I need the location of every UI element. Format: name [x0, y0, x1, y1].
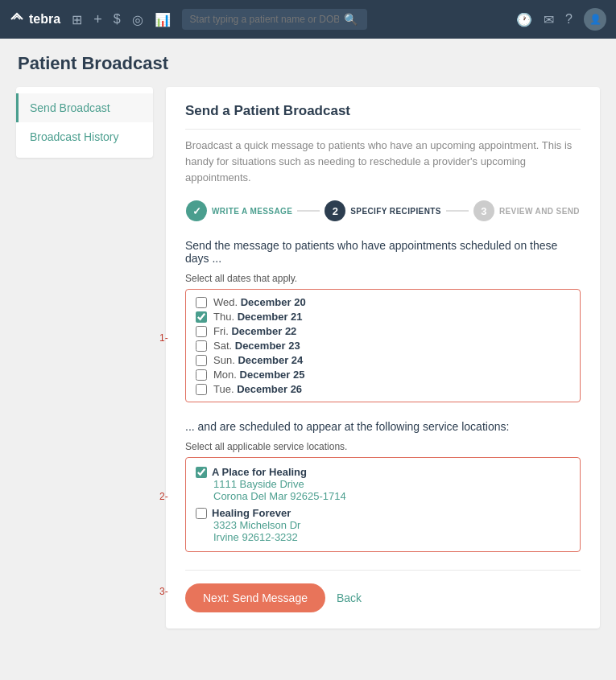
- annotation-1: 1-: [159, 332, 168, 344]
- step-2: 2 SPECIFY RECIPIENTS: [325, 200, 441, 221]
- location-annotation-group: 2- Select all applicable service locatio…: [185, 441, 581, 552]
- location-1-address: 1111 Bayside Drive Corona Del Mar 92625-…: [196, 478, 570, 502]
- sidebar: Send Broadcast Broadcast History: [16, 87, 153, 158]
- location-1-street: 1111 Bayside Drive: [213, 478, 570, 490]
- select-locations-label: Select all applicable service locations.: [185, 441, 581, 452]
- step-3-circle: 3: [473, 200, 494, 221]
- location-2-street: 3323 Michelson Dr: [213, 519, 570, 531]
- step-1: ✓ WRITE A MESSAGE: [186, 200, 292, 221]
- checkbox-location-2[interactable]: [196, 508, 207, 519]
- day-label-mon: Mon.: [213, 369, 237, 381]
- date-annotation-group: 1- Select all dates that apply. Wed. Dec…: [185, 273, 581, 402]
- nav-grid-icon[interactable]: ⊞: [72, 12, 82, 27]
- logo-icon: [10, 12, 24, 27]
- date-label-dec21: December 21: [238, 311, 303, 323]
- nav-location-icon[interactable]: ◎: [132, 12, 143, 27]
- date-label-dec24: December 24: [238, 354, 303, 366]
- step-1-label: WRITE A MESSAGE: [212, 207, 292, 216]
- sidebar-item-send-broadcast[interactable]: Send Broadcast: [16, 93, 153, 122]
- section-title: Send a Patient Broadcast: [185, 103, 581, 130]
- date-label-dec26: December 26: [237, 383, 302, 395]
- footer-bar: 3- Next: Send Message Back: [185, 570, 581, 612]
- date-item-mon-dec25[interactable]: Mon. December 25: [196, 369, 570, 381]
- logo: tebra: [10, 12, 60, 27]
- top-nav: tebra ⊞ + $ ◎ 📊 🔍 🕐 ✉ ? 👤: [0, 0, 616, 39]
- day-label-wed: Wed.: [213, 296, 238, 308]
- annotation-2: 2-: [159, 491, 168, 502]
- location-2-address: 3323 Michelson Dr Irvine 92612-3232: [196, 519, 570, 543]
- step-2-label: SPECIFY RECIPIENTS: [350, 207, 441, 216]
- description-text: Broadcast a quick message to patients wh…: [185, 138, 581, 186]
- date-label-dec25: December 25: [240, 369, 305, 381]
- next-send-message-button[interactable]: Next: Send Message: [185, 583, 325, 612]
- date-item-tue-dec26[interactable]: Tue. December 26: [196, 383, 570, 395]
- steps-bar: ✓ WRITE A MESSAGE 2 SPECIFY RECIPIENTS 3…: [185, 200, 581, 221]
- location-1-label[interactable]: A Place for Healing: [196, 466, 570, 478]
- nav-search-box[interactable]: 🔍: [182, 9, 367, 30]
- select-dates-label: Select all dates that apply.: [185, 273, 581, 284]
- avatar[interactable]: 👤: [584, 8, 606, 31]
- title-row: Patient Broadcast: [0, 39, 616, 77]
- search-icon: 🔍: [344, 13, 358, 26]
- date-label-dec23: December 23: [235, 340, 300, 352]
- date-item-wed-dec20[interactable]: Wed. December 20: [196, 296, 570, 308]
- date-item-sat-dec23[interactable]: Sat. December 23: [196, 340, 570, 352]
- date-item-fri-dec22[interactable]: Fri. December 22: [196, 325, 570, 337]
- full-content: Patient Broadcast Send Broadcast Broadca…: [0, 39, 616, 680]
- nav-help-icon[interactable]: ?: [565, 12, 573, 27]
- step-2-circle: 2: [325, 200, 345, 221]
- step-connector-2: [446, 210, 469, 212]
- back-button[interactable]: Back: [337, 591, 362, 604]
- date-label-dec20: December 20: [241, 296, 306, 308]
- location-1-name: A Place for Healing: [212, 466, 307, 478]
- day-label-tue: Tue.: [213, 383, 234, 395]
- location-2-label[interactable]: Healing Forever: [196, 507, 570, 519]
- appointment-heading: Send the message to patients who have ap…: [185, 239, 581, 265]
- dates-checkbox-group: Wed. December 20 Thu. December 21 Fri. D…: [185, 289, 581, 402]
- location-2-name: Healing Forever: [212, 507, 291, 519]
- checkbox-sat-dec23[interactable]: [196, 340, 207, 352]
- location-item-1: A Place for Healing 1111 Bayside Drive C…: [196, 466, 570, 502]
- page-title: Patient Broadcast: [18, 53, 598, 74]
- checkbox-sun-dec24[interactable]: [196, 355, 207, 366]
- location-heading: ... and are scheduled to appear at the f…: [185, 420, 581, 433]
- checkbox-tue-dec26[interactable]: [196, 384, 207, 395]
- nav-dollar-icon[interactable]: $: [114, 12, 121, 27]
- checkbox-wed-dec20[interactable]: [196, 297, 207, 308]
- step-1-circle: ✓: [186, 200, 207, 221]
- sidebar-item-broadcast-history[interactable]: Broadcast History: [16, 122, 153, 151]
- date-item-sun-dec24[interactable]: Sun. December 24: [196, 354, 570, 366]
- annotation-3: 3-: [159, 586, 168, 597]
- checkbox-mon-dec25[interactable]: [196, 369, 207, 381]
- nav-plus-icon[interactable]: +: [93, 11, 102, 28]
- step-3-label: REVIEW AND SEND: [499, 207, 580, 216]
- content-panel: Send a Patient Broadcast Broadcast a qui…: [166, 87, 600, 628]
- checkbox-thu-dec21[interactable]: [196, 311, 207, 323]
- nav-right-icons: 🕐 ✉ ? 👤: [516, 8, 606, 31]
- location-1-city: Corona Del Mar 92625-1714: [213, 490, 570, 502]
- step-connector-1: [297, 210, 320, 212]
- location-2-city: Irvine 92612-3232: [213, 531, 570, 543]
- checkbox-fri-dec22[interactable]: [196, 326, 207, 337]
- day-label-sat: Sat.: [213, 340, 232, 352]
- date-label-dec22: December 22: [231, 325, 296, 337]
- location-item-2: Healing Forever 3323 Michelson Dr Irvine…: [196, 507, 570, 543]
- logo-text: tebra: [29, 12, 60, 27]
- step-3: 3 REVIEW AND SEND: [473, 200, 580, 221]
- layout-wrapper: Send Broadcast Broadcast History Send a …: [0, 77, 616, 638]
- day-label-thu: Thu.: [213, 311, 234, 323]
- nav-history-icon[interactable]: 🕐: [516, 12, 532, 27]
- nav-email-icon[interactable]: ✉: [544, 12, 554, 27]
- checkbox-location-1[interactable]: [196, 467, 207, 478]
- nav-chart-icon[interactable]: 📊: [155, 12, 171, 27]
- day-label-sun: Sun.: [213, 354, 235, 366]
- search-input[interactable]: [190, 14, 339, 25]
- date-item-thu-dec21[interactable]: Thu. December 21: [196, 311, 570, 323]
- locations-checkbox-group: A Place for Healing 1111 Bayside Drive C…: [185, 457, 581, 552]
- day-label-fri: Fri.: [213, 325, 229, 337]
